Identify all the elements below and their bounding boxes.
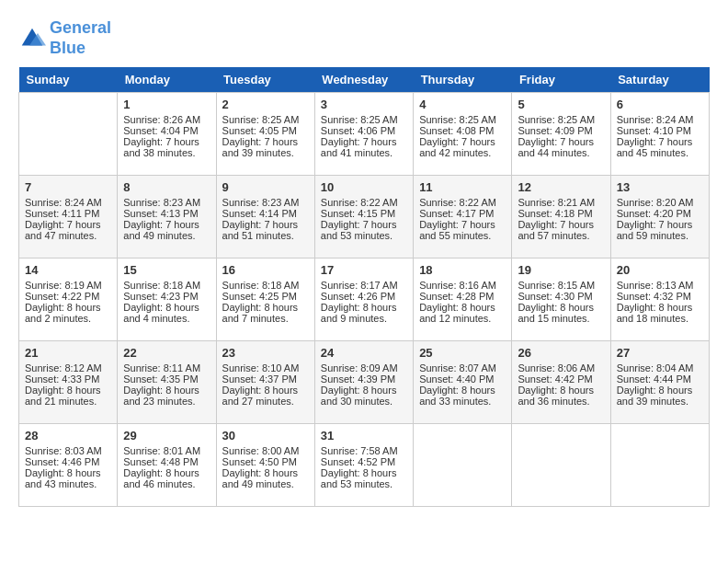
day-number: 16 (222, 263, 309, 277)
calendar-cell: 18Sunrise: 8:16 AMSunset: 4:28 PMDayligh… (414, 259, 512, 341)
day-info: Sunset: 4:25 PM (222, 291, 309, 302)
day-info: Daylight: 8 hours (123, 467, 210, 478)
day-number: 11 (419, 180, 506, 194)
day-number: 19 (518, 263, 604, 277)
day-info: Daylight: 8 hours (321, 467, 407, 478)
day-number: 24 (321, 346, 407, 360)
weekday-header-saturday: Saturday (610, 67, 709, 93)
calendar-cell: 4Sunrise: 8:25 AMSunset: 4:08 PMDaylight… (414, 93, 512, 176)
day-info: Sunrise: 8:07 AM (419, 362, 506, 373)
day-info: Sunrise: 8:15 AM (518, 280, 604, 291)
day-info: Sunset: 4:46 PM (25, 456, 111, 467)
day-info: and 30 minutes. (321, 396, 407, 407)
calendar-cell: 5Sunrise: 8:25 AMSunset: 4:09 PMDaylight… (512, 93, 610, 176)
logo: General Blue (18, 18, 111, 58)
calendar-cell: 23Sunrise: 8:10 AMSunset: 4:37 PMDayligh… (216, 341, 314, 424)
day-info: Daylight: 8 hours (321, 302, 407, 313)
calendar-cell: 9Sunrise: 8:23 AMSunset: 4:14 PMDaylight… (216, 176, 314, 259)
day-info: and 2 minutes. (25, 313, 111, 324)
day-info: Daylight: 7 hours (419, 136, 506, 147)
calendar-cell: 15Sunrise: 8:18 AMSunset: 4:23 PMDayligh… (118, 259, 216, 341)
day-info: Sunset: 4:15 PM (321, 208, 407, 219)
day-info: Sunset: 4:05 PM (222, 125, 309, 136)
day-info: Daylight: 7 hours (123, 136, 210, 147)
day-info: Daylight: 7 hours (419, 219, 506, 230)
day-info: Sunset: 4:32 PM (617, 291, 703, 302)
day-info: and 23 minutes. (123, 396, 210, 407)
day-info: Daylight: 8 hours (617, 302, 703, 313)
calendar-cell: 6Sunrise: 8:24 AMSunset: 4:10 PMDaylight… (610, 93, 709, 176)
week-row-2: 7Sunrise: 8:24 AMSunset: 4:11 PMDaylight… (19, 176, 710, 259)
day-info: Daylight: 8 hours (617, 385, 703, 396)
day-info: Sunrise: 8:04 AM (617, 362, 703, 373)
day-number: 9 (222, 180, 309, 194)
day-info: and 47 minutes. (25, 230, 111, 241)
weekday-header-tuesday: Tuesday (216, 67, 314, 93)
calendar-cell: 7Sunrise: 8:24 AMSunset: 4:11 PMDaylight… (19, 176, 118, 259)
weekday-header-row: SundayMondayTuesdayWednesdayThursdayFrid… (19, 67, 710, 93)
day-info: Sunrise: 8:25 AM (518, 114, 604, 125)
day-info: Daylight: 7 hours (321, 136, 407, 147)
day-info: Daylight: 7 hours (518, 136, 604, 147)
weekday-header-sunday: Sunday (19, 67, 118, 93)
day-number: 2 (222, 98, 309, 111)
day-number: 6 (617, 98, 703, 111)
day-info: Sunset: 4:14 PM (222, 208, 309, 219)
day-info: and 55 minutes. (419, 230, 506, 241)
day-info: Sunset: 4:50 PM (222, 456, 309, 467)
day-info: and 39 minutes. (222, 147, 309, 158)
day-info: Sunset: 4:04 PM (123, 125, 210, 136)
day-info: Daylight: 8 hours (25, 385, 111, 396)
day-info: Sunrise: 8:24 AM (617, 114, 703, 125)
day-info: Sunset: 4:09 PM (518, 125, 604, 136)
day-number: 22 (123, 346, 210, 360)
calendar-cell: 29Sunrise: 8:01 AMSunset: 4:48 PMDayligh… (118, 424, 216, 507)
day-info: Sunrise: 8:19 AM (25, 280, 111, 291)
day-info: Sunrise: 8:23 AM (123, 197, 210, 208)
day-info: Sunset: 4:17 PM (419, 208, 506, 219)
weekday-header-monday: Monday (118, 67, 216, 93)
day-number: 5 (518, 98, 604, 111)
day-info: and 49 minutes. (222, 478, 309, 489)
day-info: Sunset: 4:22 PM (25, 291, 111, 302)
day-info: Daylight: 7 hours (222, 136, 309, 147)
day-number: 17 (321, 263, 407, 277)
day-info: Sunset: 4:33 PM (25, 373, 111, 385)
day-info: Daylight: 8 hours (321, 385, 407, 396)
calendar-cell (19, 93, 118, 176)
day-number: 20 (617, 263, 703, 277)
day-info: and 43 minutes. (25, 478, 111, 489)
calendar-cell: 2Sunrise: 8:25 AMSunset: 4:05 PMDaylight… (216, 93, 314, 176)
calendar-cell (610, 424, 709, 507)
calendar-cell: 28Sunrise: 8:03 AMSunset: 4:46 PMDayligh… (19, 424, 118, 507)
calendar-cell (414, 424, 512, 507)
day-info: Sunrise: 8:12 AM (25, 362, 111, 373)
day-info: Sunrise: 8:25 AM (222, 114, 309, 125)
day-info: Sunset: 4:48 PM (123, 456, 210, 467)
day-info: Sunset: 4:06 PM (321, 125, 407, 136)
day-info: Sunset: 4:40 PM (419, 373, 506, 385)
day-info: Daylight: 8 hours (123, 302, 210, 313)
calendar-cell: 24Sunrise: 8:09 AMSunset: 4:39 PMDayligh… (314, 341, 413, 424)
day-info: Sunrise: 8:11 AM (123, 362, 210, 373)
day-number: 27 (617, 346, 703, 360)
day-info: Sunrise: 8:17 AM (321, 280, 407, 291)
day-info: Sunset: 4:26 PM (321, 291, 407, 302)
calendar-cell: 30Sunrise: 8:00 AMSunset: 4:50 PMDayligh… (216, 424, 314, 507)
day-info: Sunrise: 8:10 AM (222, 362, 309, 373)
calendar-cell: 25Sunrise: 8:07 AMSunset: 4:40 PMDayligh… (414, 341, 512, 424)
day-info: Daylight: 7 hours (123, 219, 210, 230)
day-info: Sunrise: 8:18 AM (123, 280, 210, 291)
day-number: 18 (419, 263, 506, 277)
day-info: Sunrise: 8:25 AM (419, 114, 506, 125)
weekday-header-thursday: Thursday (414, 67, 512, 93)
calendar-cell: 22Sunrise: 8:11 AMSunset: 4:35 PMDayligh… (118, 341, 216, 424)
calendar-cell: 21Sunrise: 8:12 AMSunset: 4:33 PMDayligh… (19, 341, 118, 424)
day-info: Sunset: 4:10 PM (617, 125, 703, 136)
day-info: and 27 minutes. (222, 396, 309, 407)
day-info: Sunset: 4:44 PM (617, 373, 703, 385)
day-number: 3 (321, 98, 407, 111)
day-info: Sunset: 4:23 PM (123, 291, 210, 302)
day-info: and 57 minutes. (518, 230, 604, 241)
calendar-cell: 20Sunrise: 8:13 AMSunset: 4:32 PMDayligh… (610, 259, 709, 341)
